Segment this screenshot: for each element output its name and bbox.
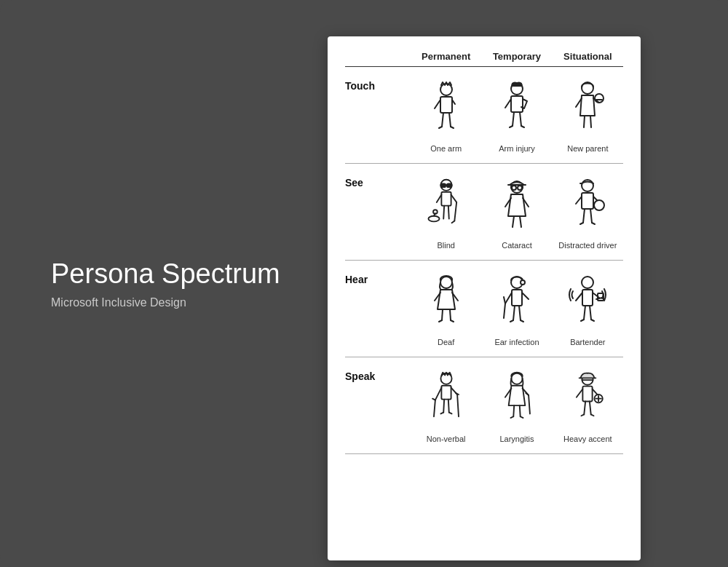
svg-line-26 (451, 194, 456, 202)
non-verbal-label: Non-verbal (427, 435, 466, 443)
see-row: See (345, 171, 623, 253)
svg-line-115 (582, 414, 585, 416)
svg-line-33 (443, 205, 444, 218)
one-arm-label: One arm (430, 144, 462, 153)
page-title: Persona Spectrum (51, 258, 280, 291)
persona-bartender: Bartender (553, 268, 623, 349)
svg-line-100 (513, 405, 514, 416)
svg-line-28 (451, 221, 454, 223)
svg-line-43 (513, 216, 514, 227)
section-see: See (345, 164, 623, 261)
svg-line-11 (513, 112, 514, 126)
section-hear: Hear (345, 261, 623, 357)
svg-point-95 (511, 373, 522, 384)
svg-line-66 (522, 293, 529, 299)
svg-line-61 (451, 320, 454, 322)
svg-line-59 (450, 309, 451, 320)
persona-card: Permanent Temporary Situational Touch (328, 36, 641, 560)
svg-rect-9 (511, 96, 523, 112)
persona-distracted-driver: Distracted driver (553, 171, 623, 253)
persona-new-parent: New parent (553, 74, 623, 156)
svg-rect-107 (583, 386, 593, 401)
one-arm-icon (421, 77, 472, 143)
svg-line-102 (510, 416, 513, 418)
speak-label: Speak (345, 365, 411, 382)
svg-line-53 (580, 223, 583, 224)
svg-line-79 (584, 306, 585, 320)
svg-point-30 (428, 215, 439, 221)
svg-line-48 (576, 197, 582, 204)
svg-line-19 (584, 116, 585, 127)
persona-blind: Blind (411, 171, 481, 253)
svg-line-58 (442, 309, 443, 320)
cataract-label: Cataract (502, 241, 532, 250)
svg-line-94 (448, 412, 451, 413)
ear-infection-label: Ear infection (494, 338, 539, 346)
svg-rect-23 (447, 183, 452, 187)
see-label: See (345, 171, 411, 189)
arm-injury-icon (491, 77, 542, 143)
persona-laryngitis: Laryngitis (481, 365, 552, 446)
svg-line-85 (435, 387, 442, 400)
svg-line-27 (454, 202, 456, 221)
svg-line-87 (432, 398, 435, 400)
svg-point-50 (594, 200, 604, 210)
distracted-driver-label: Distracted driver (558, 241, 617, 250)
svg-line-75 (576, 293, 582, 301)
svg-line-4 (442, 113, 443, 127)
distracted-driver-icon (562, 174, 613, 239)
persona-one-arm: One arm (411, 74, 481, 156)
svg-line-68 (504, 297, 505, 304)
svg-point-63 (521, 280, 525, 285)
laryngitis-label: Laryngitis (499, 435, 534, 443)
hear-row: Hear (345, 268, 623, 349)
cataract-icon (491, 174, 542, 239)
svg-rect-47 (582, 193, 593, 209)
bartender-icon (562, 271, 613, 336)
heavy-accent-icon (562, 368, 613, 433)
persona-deaf: Deaf (411, 268, 481, 349)
svg-point-18 (595, 94, 604, 103)
svg-line-34 (448, 205, 448, 218)
heavy-accent-label: Heavy accent (563, 435, 612, 443)
left-panel: Persona Spectrum Microsoft Inclusive Des… (22, 243, 328, 325)
svg-line-113 (585, 401, 586, 414)
svg-line-29 (436, 194, 441, 202)
persona-arm-injury: Arm injury (481, 74, 552, 156)
svg-line-12 (520, 112, 521, 126)
svg-point-0 (440, 84, 452, 95)
blind-icon (421, 174, 472, 239)
svg-rect-74 (582, 290, 593, 306)
svg-line-89 (457, 394, 459, 416)
touch-label: Touch (345, 74, 411, 92)
main-container: Persona Spectrum Microsoft Inclusive Des… (0, 0, 728, 567)
svg-line-92 (448, 399, 448, 412)
bartender-label: Bartender (570, 338, 605, 346)
deaf-label: Deaf (438, 338, 454, 346)
situational-header: Situational (553, 51, 623, 62)
svg-line-51 (583, 209, 585, 223)
laryngitis-icon (491, 368, 542, 433)
svg-line-67 (504, 304, 505, 318)
svg-line-81 (581, 320, 584, 321)
blind-label: Blind (437, 241, 454, 250)
svg-line-116 (591, 414, 594, 416)
hear-label: Hear (345, 268, 411, 285)
svg-line-60 (439, 320, 442, 322)
svg-line-82 (591, 320, 594, 321)
page-subtitle: Microsoft Inclusive Design (51, 296, 186, 309)
svg-line-70 (519, 306, 521, 320)
persona-ear-infection: Ear infection (481, 268, 552, 349)
svg-rect-64 (512, 290, 522, 306)
new-parent-icon (562, 77, 613, 143)
svg-line-5 (449, 113, 451, 127)
svg-line-91 (443, 399, 444, 412)
arm-injury-label: Arm injury (499, 144, 535, 153)
svg-line-44 (520, 216, 521, 227)
svg-line-101 (520, 405, 521, 416)
svg-line-20 (590, 116, 591, 127)
svg-line-65 (505, 293, 512, 304)
svg-line-99 (526, 393, 529, 395)
svg-point-55 (440, 277, 452, 288)
deaf-icon (421, 271, 472, 336)
